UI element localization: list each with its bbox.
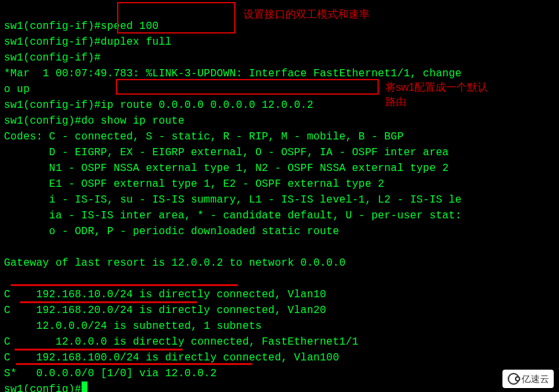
terminal-prompt-line: sw1(config)#	[4, 383, 87, 392]
annotation-label-iproute-line2: 路由	[385, 95, 406, 109]
cloud-logo-icon	[508, 373, 520, 385]
watermark-badge: 亿速云	[502, 370, 554, 388]
terminal-line: Gateway of last resort is 12.0.0.2 to ne…	[4, 257, 345, 269]
annotation-underline	[20, 301, 197, 303]
terminal-line: ia - IS-IS inter area, * - candidate def…	[4, 210, 462, 222]
terminal-line: sw1(config-if)#speed 100	[4, 20, 158, 32]
annotation-label-duplex: 设置接口的双工模式和速率	[243, 8, 370, 21]
watermark-text: 亿速云	[522, 371, 549, 387]
terminal-line: sw1(config-if)#duplex full	[4, 36, 172, 48]
terminal-output[interactable]: sw1(config-if)#speed 100 sw1(config-if)#…	[0, 0, 559, 392]
terminal-line: *Mar 1 00:07:49.783: %LINK-3-UPDOWN: Int…	[4, 68, 462, 80]
terminal-line: sw1(config-if)#ip route 0.0.0.0 0.0.0.0 …	[4, 99, 313, 111]
terminal-line: C 192.168.10.0/24 is directly connected,…	[4, 289, 326, 301]
annotation-label-iproute-line1: 将sw1配置成一个默认	[385, 81, 488, 94]
terminal-line: sw1(config-if)#	[4, 52, 101, 64]
terminal-line: C 192.168.20.0/24 is directly connected,…	[4, 305, 326, 316]
terminal-line: S* 0.0.0.0/0 [1/0] via 12.0.0.2	[4, 368, 216, 380]
terminal-line: C 192.168.100.0/24 is directly connected…	[4, 352, 339, 364]
terminal-line: E1 - OSPF external type 1, E2 - OSPF ext…	[4, 178, 384, 190]
annotation-underline	[11, 284, 238, 286]
terminal-line: sw1(config)#do show ip route	[4, 115, 184, 127]
cursor-icon	[82, 381, 87, 392]
terminal-line: o up	[4, 84, 30, 95]
annotation-underline	[14, 349, 183, 351]
terminal-line: o - ODR, P - periodic downloaded static …	[4, 226, 339, 237]
terminal-line: N1 - OSPF NSSA external type 1, N2 - OSP…	[4, 162, 449, 174]
terminal-line: D - EIGRP, EX - EIGRP external, O - OSPF…	[4, 147, 449, 159]
annotation-underline	[16, 363, 253, 365]
terminal-line: 12.0.0.0/24 is subnetted, 1 subnets	[4, 320, 262, 332]
terminal-line: i - IS-IS, su - IS-IS summary, L1 - IS-I…	[4, 194, 462, 206]
terminal-prompt: sw1(config)#	[4, 383, 82, 392]
terminal-line: C 12.0.0.0 is directly connected, FastEt…	[4, 336, 358, 348]
terminal-line: Codes: C - connected, S - static, R - RI…	[4, 131, 404, 143]
